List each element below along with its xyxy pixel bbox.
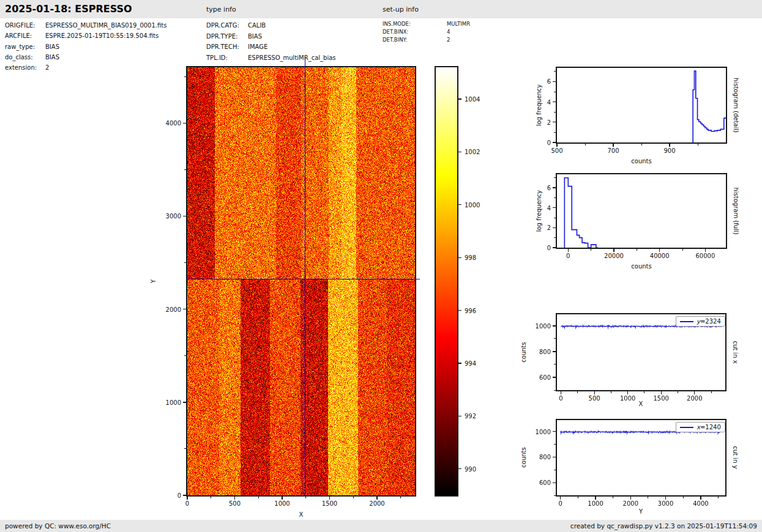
cut-in-y-ylabel: counts [520,447,527,467]
tick-mark [184,448,186,449]
tick-mark [683,497,684,498]
file-info-label: ARCFILE: [5,31,45,41]
file-info-value: BIAS [45,54,59,61]
setup-info-value: 2 [447,37,450,43]
tick-mark [305,497,306,498]
tick-mark [678,391,678,393]
tick-mark [183,216,186,216]
tick-label: 6 [547,78,551,85]
tick-mark [554,198,556,198]
tick-label: 0 [559,500,562,507]
footer-right-text: created by qc_rawdisp.py v1.2.3 on 2025-… [570,522,757,530]
tick-label: 3000 [658,500,673,507]
tick-mark [234,497,235,500]
tick-mark [458,363,461,363]
setup-info-value: MULTIMR [447,21,470,27]
file-info-value: 2 [45,64,49,71]
type-info-heading: type info [206,6,236,13]
crosshair-vertical-line [305,56,305,495]
tick-label: 0 [547,245,551,251]
tick-mark [591,249,591,251]
type-info-value: ESPRESSO_multiMR_cal_bias [248,54,336,61]
tick-label: 1500 [322,500,337,507]
tick-label: 998 [465,254,476,261]
tick-mark [554,390,556,391]
histogram-full-canvas [557,174,726,248]
tick-mark [553,482,556,483]
tick-mark [211,497,211,498]
histogram-detail-xlabel: counts [631,158,651,164]
tick-mark [553,457,556,457]
tick-mark [644,391,644,393]
tick-mark [585,144,586,146]
tick-label: 20000 [604,253,624,259]
tick-mark [554,338,556,339]
tick-mark [458,310,461,311]
tick-mark [613,497,613,498]
tick-mark [553,81,556,82]
tick-mark [669,144,670,147]
tick-mark [554,71,556,72]
file-info-label: ORIGFILE: [5,20,45,31]
tick-label: 4 [547,98,551,105]
tick-mark [700,497,701,500]
tick-label: 1000 [536,428,551,435]
tick-mark [183,402,186,402]
tick-label: 0 [559,395,562,402]
tick-label: 40000 [650,253,670,259]
tick-label: 500 [229,500,241,507]
setup-info-label: DET.BINX: [383,28,447,36]
tick-mark [613,144,613,147]
tick-label: 990 [465,465,476,472]
tick-label: 1002 [465,149,480,155]
file-info-row: raw_type:BIAS [5,42,166,52]
tick-mark [595,497,596,500]
legend-label: x=1240 [697,424,721,430]
tick-mark [578,497,578,498]
tick-label: 600 [539,479,551,486]
tick-mark [184,169,186,170]
tick-mark [183,495,186,495]
tick-mark [613,249,614,252]
file-info-row: do_class:BIAS [5,52,166,62]
colorbar-gradient [436,67,457,495]
tick-mark [184,76,186,77]
tick-label: 2000 [687,395,702,402]
main-yaxis-label: Y [150,279,157,283]
type-info-label: TPL.ID: [206,53,248,64]
tick-mark [711,391,712,393]
tick-mark [648,497,648,498]
type-info-value: IMAGE [248,43,267,50]
footer-left-text: powered by QC: www.eso.org/HC [5,522,111,530]
tick-label: 1000 [620,395,635,402]
setup-info-row: DET.BINY:2 [383,36,470,44]
file-info-block: ORIGFILE:ESPRESSO_MULTIMR_BIAS019_0001.f… [5,20,166,73]
tick-mark [553,377,556,377]
tick-mark [553,142,556,142]
setup-info-value: 4 [447,29,450,35]
tick-mark [458,468,461,469]
tick-mark [556,144,557,147]
tick-label: 800 [539,348,551,355]
tick-mark [659,249,660,252]
tick-mark [553,431,556,432]
file-info-value: BIAS [45,43,59,50]
tick-label: 2 [547,119,551,125]
histogram-full-plot [556,173,727,249]
main-xaxis-label: X [299,511,304,518]
tick-mark [183,309,186,309]
tick-mark [184,262,186,263]
tick-mark [184,355,186,356]
tick-mark [553,325,556,326]
file-info-label: extension: [5,62,45,73]
tick-mark [282,497,282,500]
tick-label: 0 [566,253,570,259]
tick-mark [694,391,695,394]
tick-label: 3000 [166,213,181,220]
tick-mark [458,98,461,99]
tick-mark [554,364,556,364]
tick-label: 994 [465,360,476,366]
tick-mark [553,102,556,102]
type-info-row: DPR.TYPE:BIAS [206,31,336,42]
tick-mark [637,249,637,251]
